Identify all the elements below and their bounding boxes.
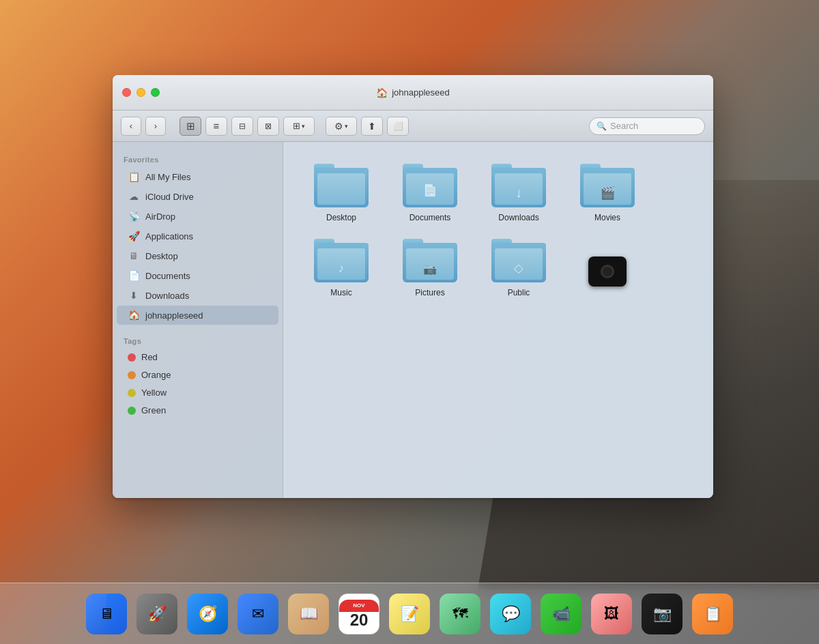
dock-maps[interactable]: 🗺: [437, 591, 483, 637]
view-grid-button[interactable]: ⊞ ▾: [283, 117, 315, 136]
photos-dock-icon: 🖼: [591, 594, 632, 634]
dock-calendar[interactable]: NOV 20: [336, 591, 382, 637]
forward-button[interactable]: ›: [145, 117, 166, 136]
title-home-icon: 🏠: [376, 87, 388, 98]
dock-photobooth[interactable]: 📷: [639, 591, 685, 637]
main-area: Favorites 📋 All My Files ☁ iCloud Drive …: [113, 142, 713, 498]
home-icon: 🏠: [128, 309, 140, 321]
folder-movies[interactable]: 🎬 Movies: [563, 156, 652, 231]
folder-documents[interactable]: 📄 Documents: [386, 156, 474, 231]
dock-notes[interactable]: 📝: [386, 591, 433, 637]
window-title: 🏠 johnappleseed: [124, 87, 702, 98]
sidebar-item-johnappleseed[interactable]: 🏠 johnappleseed: [117, 306, 278, 325]
grid-view-icon: ⊞: [293, 121, 300, 131]
title-label: johnappleseed: [392, 87, 450, 98]
view-list-button[interactable]: ≡: [205, 117, 227, 136]
folder-music-label: Music: [330, 288, 351, 297]
sidebar-label-airdrop: AirDrop: [145, 211, 175, 222]
folder-music-icon: ♪: [314, 239, 369, 282]
dock-contacts[interactable]: 📖: [285, 591, 332, 637]
sidebar-item-airdrop[interactable]: 📡 AirDrop: [117, 207, 278, 226]
messages-dock-icon: 💬: [490, 594, 531, 634]
finder-icon: 🖥: [99, 605, 114, 623]
sidebar-item-applications[interactable]: 🚀 Applications: [117, 226, 278, 246]
folder-music[interactable]: ♪ Music: [297, 231, 386, 306]
sidebar-item-tag-red[interactable]: Red: [117, 349, 278, 366]
contacts-dock-icon: 📖: [288, 594, 329, 634]
grid-view-arrow-icon: ▾: [302, 123, 305, 130]
dock-photos[interactable]: 🖼: [588, 591, 635, 637]
sidebar-item-tag-orange[interactable]: Orange: [117, 366, 278, 383]
view-icon-button[interactable]: ⊞: [179, 117, 201, 136]
close-button[interactable]: [122, 88, 131, 97]
sidebar-label-johnappleseed: johnappleseed: [145, 310, 203, 321]
dock: 🖥 🚀 🧭 ✉ 📖 NOV 20 📝: [0, 583, 819, 644]
dock-messages[interactable]: 💬: [487, 591, 534, 637]
sidebar-item-desktop[interactable]: 🖥 Desktop: [117, 246, 278, 265]
messages-icon: 💬: [502, 605, 520, 623]
title-bar: 🏠 johnappleseed: [113, 75, 713, 111]
dock-mail[interactable]: ✉: [235, 591, 281, 637]
facetime-dock-icon: 📹: [541, 594, 581, 634]
pages-icon: 📋: [704, 605, 722, 623]
sidebar-label-tag-green: Green: [141, 405, 166, 415]
tag-icon: ⬜: [393, 121, 403, 131]
dock-finder[interactable]: 🖥: [83, 591, 130, 637]
minimize-button[interactable]: [136, 88, 145, 97]
cover-view-icon: ⊠: [265, 121, 272, 131]
notes-dock-icon: 📝: [389, 594, 430, 634]
forward-icon: ›: [154, 121, 157, 131]
dock-safari[interactable]: 🧭: [184, 591, 231, 637]
action-button[interactable]: ⚙ ▾: [326, 117, 357, 136]
folder-downloads[interactable]: ↓ Downloads: [474, 156, 563, 231]
sidebar-item-documents[interactable]: 📄 Documents: [117, 266, 278, 285]
sidebar-item-tag-green[interactable]: Green: [117, 402, 278, 419]
tag-red-dot: [128, 353, 136, 362]
folder-desktop-label: Desktop: [326, 213, 356, 222]
mail-icon: ✉: [252, 605, 264, 623]
view-column-button[interactable]: ⊟: [231, 117, 253, 136]
traffic-lights: [122, 88, 160, 97]
maximize-button[interactable]: [151, 88, 160, 97]
column-view-icon: ⊟: [239, 121, 246, 131]
sidebar-label-desktop: Desktop: [145, 251, 178, 261]
sidebar-item-all-my-files[interactable]: 📋 All My Files: [117, 167, 278, 186]
share-button[interactable]: ⬆: [361, 117, 383, 136]
search-icon: 🔍: [597, 121, 607, 131]
airdrop-icon: 📡: [128, 210, 140, 222]
search-box[interactable]: 🔍 Search: [589, 117, 705, 135]
back-button[interactable]: ‹: [121, 117, 141, 136]
folder-pictures[interactable]: 📷 Pictures: [386, 231, 474, 306]
sidebar-item-icloud-drive[interactable]: ☁ iCloud Drive: [117, 187, 278, 206]
sidebar-label-tag-orange: Orange: [141, 370, 171, 380]
photobooth-dock-icon: 📷: [642, 594, 682, 634]
sidebar-label-applications: Applications: [145, 231, 193, 241]
folder-public[interactable]: ◇ Public: [474, 231, 563, 306]
sidebar-item-downloads[interactable]: ⬇ Downloads: [117, 286, 278, 305]
tag-button[interactable]: ⬜: [387, 117, 409, 136]
folder-pictures-icon: 📷: [403, 239, 457, 282]
sidebar-label-icloud-drive: iCloud Drive: [145, 192, 194, 202]
folder-public-icon: ◇: [491, 239, 546, 282]
mail-dock-icon: ✉: [238, 594, 278, 634]
desktop-icon: 🖥: [128, 250, 140, 262]
dock-pages[interactable]: 📋: [689, 591, 736, 637]
folder-pictures-label: Pictures: [415, 288, 444, 297]
folder-desktop[interactable]: Desktop: [297, 156, 386, 231]
dock-launchpad[interactable]: 🚀: [134, 591, 180, 637]
sidebar-item-tag-yellow[interactable]: Yellow: [117, 384, 278, 401]
share-icon: ⬆: [368, 121, 376, 132]
icloud-drive-icon: ☁: [128, 190, 140, 203]
gear-arrow-icon: ▾: [345, 123, 348, 130]
view-cover-button[interactable]: ⊠: [257, 117, 279, 136]
photobooth-icon: 📷: [653, 605, 672, 623]
camera-lens: [601, 265, 614, 278]
maps-icon: 🗺: [452, 605, 468, 623]
sidebar-label-all-my-files: All My Files: [145, 172, 190, 182]
toolbar: ‹ › ⊞ ≡ ⊟ ⊠ ⊞ ▾ ⚙ ▾ ⬆ ⬜: [113, 111, 713, 142]
calendar-month: NOV: [339, 600, 379, 612]
downloads-icon: ⬇: [128, 289, 140, 302]
dock-facetime[interactable]: 📹: [538, 591, 584, 637]
folder-downloads-icon: ↓: [491, 164, 546, 207]
sidebar-label-downloads: Downloads: [145, 291, 189, 301]
